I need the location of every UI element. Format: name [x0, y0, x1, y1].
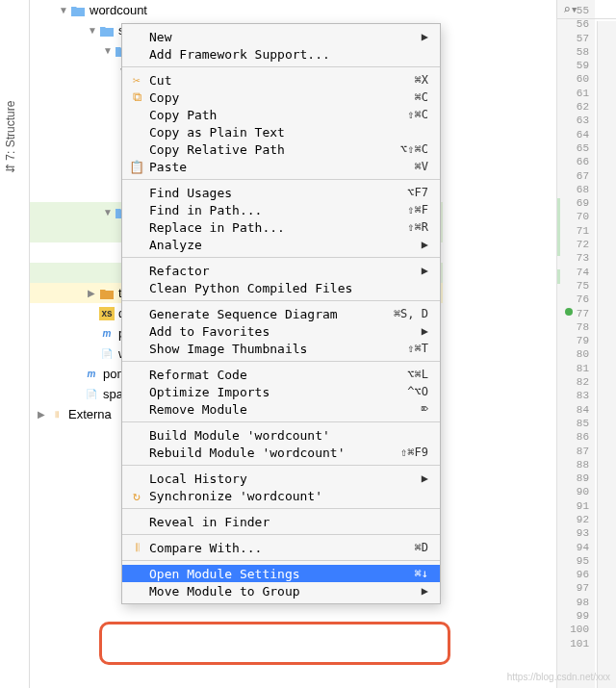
gutter-line-number: 71 [557, 224, 589, 238]
menu-item-copy-as-plain-text[interactable]: Copy as Plain Text [122, 123, 440, 140]
gutter-line-number: 98 [557, 596, 589, 609]
scissors-icon: ✂ [128, 73, 145, 88]
menu-separator [122, 257, 440, 258]
menu-item-copy-relative-path[interactable]: Copy Relative Path⌥⇧⌘C [122, 140, 440, 158]
menu-item-clean-python-compiled-files[interactable]: Clean Python Compiled Files [122, 279, 440, 296]
chevron-icon[interactable]: ▶ [88, 288, 97, 298]
menu-shortcut: ⌘S, D [394, 307, 428, 320]
item-icon [99, 24, 115, 38]
menu-shortcut: ⌘↓ [415, 567, 428, 580]
library-icon: ⦀ [49, 408, 64, 421]
menu-item-add-to-favorites[interactable]: Add to Favorites▶ [122, 322, 440, 340]
menu-item-cut[interactable]: ✂Cut⌘X [122, 71, 440, 89]
gutter-line-number: 68 [557, 183, 589, 196]
menu-item-label: Remove Module [149, 402, 422, 417]
menu-item-compare-with[interactable]: ⦀Compare With...⌘D [122, 539, 440, 556]
menu-item-local-history[interactable]: Local History▶ [122, 470, 440, 487]
gutter-line-number: 58 [557, 45, 589, 59]
menu-separator [122, 534, 440, 535]
structure-tool-tab[interactable]: ⇵ 7: Structure [4, 101, 17, 173]
menu-item-generate-sequence-diagram[interactable]: Generate Sequence Diagram⌘S, D [122, 305, 440, 322]
menu-item-label: Rebuild Module 'wordcount' [149, 446, 400, 460]
item-icon [99, 287, 115, 300]
menu-item-label: Paste [149, 160, 415, 174]
menu-item-refactor[interactable]: Refactor▶ [122, 262, 440, 279]
chevron-icon[interactable]: ▼ [103, 45, 113, 56]
menu-item-rebuild-module-wordcount[interactable]: Rebuild Module 'wordcount'⇧⌘F9 [122, 444, 440, 461]
gutter-line-number: 88 [557, 458, 589, 471]
gutter-line-number: 78 [557, 320, 589, 334]
menu-item-label: Find Usages [149, 186, 407, 200]
menu-item-label: Reformat Code [149, 368, 407, 382]
gutter-line-number: 91 [557, 499, 589, 513]
menu-item-copy-path[interactable]: Copy Path⇧⌘C [122, 106, 440, 123]
menu-item-label: Copy Relative Path [149, 142, 400, 157]
gutter-line-number: 64 [557, 128, 589, 141]
menu-item-move-module-to-group[interactable]: Move Module to Group▶ [122, 582, 440, 599]
submenu-arrow-icon: ▶ [422, 30, 428, 43]
context-menu: New▶Add Framework Support...✂Cut⌘X⧉Copy⌘… [121, 23, 441, 604]
gutter-line-number: 92 [557, 513, 589, 526]
gutter-line-number: 70 [557, 210, 589, 223]
menu-item-build-module-wordcount[interactable]: Build Module 'wordcount' [122, 426, 440, 444]
menu-shortcut: ⇧⌘C [407, 108, 428, 121]
chevron-down-icon[interactable]: ▼ [59, 5, 68, 15]
menu-item-label: Replace in Path... [149, 220, 407, 235]
gutter-line-number: 80 [557, 347, 589, 361]
menu-item-label: Refactor [149, 264, 422, 278]
menu-item-label: Local History [149, 471, 422, 486]
folder-icon [70, 4, 86, 17]
menu-item-new[interactable]: New▶ [122, 28, 440, 45]
menu-item-optimize-imports[interactable]: Optimize Imports^⌥O [122, 383, 440, 400]
menu-item-synchronize-wordcount[interactable]: ↻Synchronize 'wordcount' [122, 487, 440, 504]
gutter-line-number: 60 [557, 72, 589, 86]
menu-item-label: Reveal in Finder [149, 515, 428, 529]
structure-label: Structure [4, 101, 17, 148]
gutter-line-number: 56 [557, 17, 589, 31]
structure-icon: ⇵ 7: [4, 151, 17, 173]
chevron-icon[interactable]: ▼ [88, 25, 97, 36]
menu-item-paste[interactable]: 📋Paste⌘V [122, 158, 440, 175]
tree-root[interactable]: ▼ wordcount [30, 0, 443, 20]
gutter-line-number: 66 [557, 155, 589, 168]
gutter-breakpoint-icon[interactable] [565, 308, 573, 316]
menu-separator [122, 361, 440, 362]
gutter-line-number: 77 [557, 307, 589, 320]
menu-item-copy[interactable]: ⧉Copy⌘C [122, 89, 440, 106]
chevron-icon[interactable]: ▼ [103, 207, 113, 217]
gutter-line-number: 82 [557, 375, 589, 389]
maven-icon: m [84, 368, 99, 381]
editor-scrollbar[interactable] [597, 21, 616, 688]
menu-shortcut: ⌘X [415, 73, 428, 87]
menu-item-open-module-settings[interactable]: Open Module Settings⌘↓ [122, 565, 440, 582]
menu-item-label: Analyze [149, 238, 422, 252]
menu-item-reveal-in-finder[interactable]: Reveal in Finder [122, 513, 440, 530]
menu-item-show-image-thumbnails[interactable]: Show Image Thumbnails⇧⌘T [122, 340, 440, 357]
gutter-line-number: 73 [557, 251, 589, 265]
menu-item-analyze[interactable]: Analyze▶ [122, 236, 440, 253]
menu-item-find-in-path[interactable]: Find in Path...⇧⌘F [122, 201, 440, 218]
chevron-right-icon[interactable]: ▶ [38, 409, 47, 420]
tree-root-label: wordcount [90, 3, 147, 17]
menu-shortcut: ⇧⌘T [407, 342, 428, 355]
submenu-arrow-icon: ▶ [422, 324, 428, 338]
menu-shortcut: ⇧⌘R [407, 220, 428, 234]
menu-shortcut: ⌥⌘L [407, 368, 428, 381]
gutter-line-number: 95 [557, 554, 589, 568]
menu-item-label: Copy as Plain Text [149, 125, 428, 140]
menu-item-remove-module[interactable]: Remove Module⌦ [122, 400, 440, 418]
menu-item-label: Cut [149, 73, 415, 88]
menu-item-replace-in-path[interactable]: Replace in Path...⇧⌘R [122, 218, 440, 236]
menu-item-find-usages[interactable]: Find Usages⌥F7 [122, 184, 440, 201]
xml-icon: xs [99, 307, 115, 320]
gutter-line-number: 79 [557, 334, 589, 347]
menu-item-add-framework-support[interactable]: Add Framework Support... [122, 45, 440, 63]
submenu-arrow-icon: ▶ [422, 584, 428, 598]
menu-separator [122, 508, 440, 509]
gutter-line-number: 100 [557, 623, 589, 636]
menu-item-reformat-code[interactable]: Reformat Code⌥⌘L [122, 366, 440, 383]
menu-item-label: Show Image Thumbnails [149, 342, 407, 356]
gutter-line-number: 93 [557, 526, 589, 540]
gutter-line-number: 72 [557, 238, 589, 251]
editor-search[interactable]: ⌕▾ [556, 0, 616, 19]
